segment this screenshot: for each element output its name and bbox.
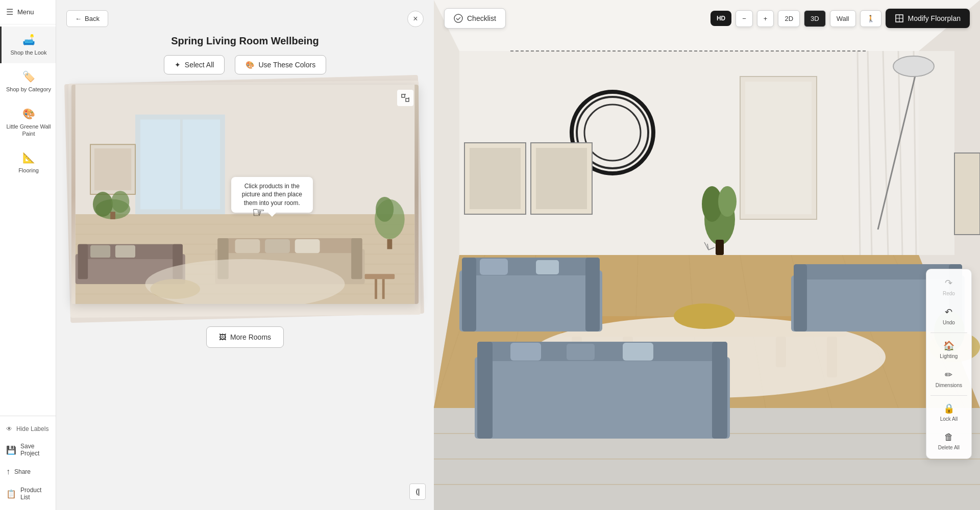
svg-rect-86 [716,240,724,255]
redo-button[interactable]: ↷ Redo [930,273,967,300]
person-icon: 🚶 [867,15,875,22]
product-list-label: Product List [20,487,50,501]
shop-by-category-icon: 🏷️ [22,70,35,83]
more-rooms-button[interactable]: 🖼 More Rooms [206,326,284,348]
dimensions-icon: ✏ [945,369,952,380]
room-image-wrapper: Click products in the picture and then p… [71,85,419,314]
room-image[interactable]: Click products in the picture and then p… [71,85,419,304]
sidebar-item-flooring[interactable]: 📐 Flooring [0,144,56,181]
view-3d-button[interactable]: 3D [804,10,826,27]
sidebar-footer: 👁 Hide Labels 💾 Save Project ↑ Share 📋 P… [0,416,56,510]
svg-rect-30 [265,239,290,253]
svg-rect-14 [94,148,131,190]
zoom-out-icon: − [742,15,746,22]
undo-button[interactable]: ↶ Undo [930,302,967,329]
modify-floorplan-button[interactable]: Modify Floorplan [886,9,970,28]
more-rooms-label: More Rooms [230,333,271,341]
middle-panel-header: ← Back × [56,0,434,35]
lock-all-icon: 🔒 [943,403,954,414]
menu-label: Menu [17,8,34,16]
person-view-button[interactable]: 🚶 [860,10,881,27]
viewport-toolbar: Checklist HD − + 2D 3D Wall 🚶 [444,8,970,29]
svg-rect-21 [78,244,88,279]
svg-rect-81 [536,148,587,209]
svg-rect-96 [585,258,600,332]
svg-rect-40 [402,94,405,97]
view-2d-button[interactable]: 2D [778,10,800,27]
wall-button[interactable]: Wall [830,10,856,27]
sidebar-item-flooring-label: Flooring [18,167,39,174]
lighting-button[interactable]: 🏠 Lighting [930,336,967,363]
menu-icon: ☰ [6,7,13,17]
undo-icon: ↶ [945,307,952,318]
sidebar: ☰ Menu 🛋️ Shop the Look 🏷️ Shop by Categ… [0,0,56,510]
share-button[interactable]: ↑ Share [0,462,56,481]
modify-floorplan-label: Modify Floorplan [908,14,961,22]
delete-all-button[interactable]: 🗑 Delete All [930,428,967,454]
checklist-icon [454,14,463,23]
close-button[interactable]: × [407,11,424,27]
sidebar-item-shop-by-category[interactable]: 🏷️ Shop by Category [0,63,56,100]
3d-label: 3D [811,15,819,22]
flooring-icon: 📐 [22,151,35,164]
hd-button[interactable]: HD [710,11,731,26]
svg-rect-113 [954,153,980,235]
svg-rect-79 [470,148,521,209]
viewport[interactable]: Checklist HD − + 2D 3D Wall 🚶 [434,0,980,510]
svg-rect-102 [712,342,727,439]
delete-all-label: Delete All [938,445,960,450]
hide-labels-row[interactable]: 👁 Hide Labels [0,420,56,438]
back-label: Back [85,15,100,22]
use-colors-icon: 🎨 [246,61,254,69]
svg-rect-41 [406,98,409,101]
sidebar-item-shop-by-category-label: Shop by Category [6,86,51,93]
middle-panel: ← Back × Spring Living Room Wellbeing ✦ … [56,0,434,510]
zoom-out-button[interactable]: − [736,10,753,27]
more-rooms-icon: 🖼 [219,333,226,341]
2d-label: 2D [785,15,793,22]
hide-labels-label: Hide Labels [16,425,48,432]
checklist-label: Checklist [467,14,496,22]
eye-icon: 👁 [6,425,12,432]
svg-rect-95 [462,258,476,332]
svg-rect-105 [623,343,653,361]
svg-rect-66 [745,82,812,214]
hd-label: HD [717,15,725,22]
lock-all-button[interactable]: 🔒 Lock All [930,399,967,426]
collapse-panel-button[interactable]: ⟨| [409,483,426,500]
lighting-label: Lighting [940,353,958,359]
sidebar-nav: 🛋️ Shop the Look 🏷️ Shop by Category 🎨 L… [0,24,56,416]
shop-the-look-icon: 🛋️ [22,34,35,46]
svg-rect-108 [794,264,807,332]
3d-scene-svg [434,0,980,510]
wall-label: Wall [837,15,849,22]
sidebar-item-little-greene-label: Little Greene Wall Paint [6,123,52,138]
sidebar-item-little-greene[interactable]: 🎨 Little Greene Wall Paint [0,100,56,145]
back-button[interactable]: ← Back [66,10,108,27]
dimensions-button[interactable]: ✏ Dimensions [930,365,967,392]
svg-marker-49 [459,51,919,255]
svg-rect-97 [480,259,508,275]
little-greene-icon: 🎨 [22,108,35,120]
zoom-in-button[interactable]: + [757,10,774,27]
expand-button[interactable] [397,90,413,106]
checklist-button[interactable]: Checklist [444,8,506,29]
lock-all-label: Lock All [940,416,958,422]
menu-header[interactable]: ☰ Menu [0,0,56,24]
save-icon: 💾 [6,445,16,455]
sidebar-item-shop-the-look[interactable]: 🛋️ Shop the Look [0,27,56,63]
save-project-button[interactable]: 💾 Save Project [0,438,56,462]
save-project-label: Save Project [20,443,50,457]
svg-rect-12 [183,119,220,209]
collapse-icon: ⟨| [415,488,420,496]
tooltip-text: Click products in the picture and then p… [242,183,302,207]
svg-rect-36 [382,279,385,299]
select-all-button[interactable]: ✦ Select All [164,55,225,74]
svg-point-110 [674,303,735,329]
svg-point-85 [718,186,737,217]
svg-rect-24 [115,245,135,258]
product-list-button[interactable]: 📋 Product List [0,481,56,506]
product-list-icon: 📋 [6,489,16,499]
svg-point-16 [93,192,113,217]
use-colors-button[interactable]: 🎨 Use These Colors [235,55,326,74]
